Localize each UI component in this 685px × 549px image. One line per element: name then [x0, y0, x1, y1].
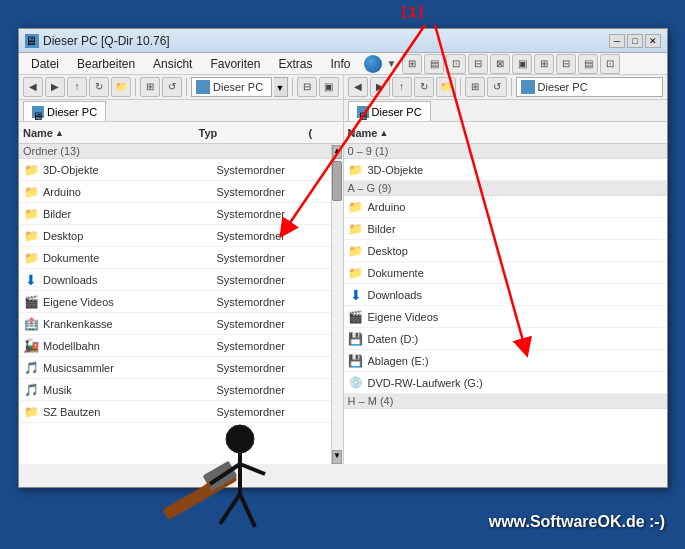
left-scrollbar[interactable]: ▲ ▼	[331, 144, 343, 464]
folder-icon: 📁	[348, 162, 364, 178]
music-collection-icon: 🎵	[23, 360, 39, 376]
table-row[interactable]: 💾 Ablagen (E:)	[344, 350, 668, 372]
forward-button-left[interactable]: ▶	[45, 77, 65, 97]
back-button-right[interactable]: ◀	[348, 77, 368, 97]
tb-icon-10[interactable]: ⊡	[600, 54, 620, 74]
folder-icon: 📁	[23, 404, 39, 420]
table-row[interactable]: 🏥 Krankenkasse Systemordner	[19, 313, 331, 335]
table-row[interactable]: 📁 Desktop	[344, 240, 668, 262]
table-row[interactable]: 💾 Daten (D:)	[344, 328, 668, 350]
back-button-left[interactable]: ◀	[23, 77, 43, 97]
view-button-right[interactable]: ⊞	[465, 77, 485, 97]
col-name-left[interactable]: Name ▲	[23, 127, 199, 139]
tb-icon-5[interactable]: ⊠	[490, 54, 510, 74]
content-area: 🖥 Dieser PC Name ▲ Typ ( Ordner (13)	[19, 100, 667, 464]
refresh2-button-left[interactable]: ↺	[162, 77, 182, 97]
menu-extras[interactable]: Extras	[270, 55, 320, 73]
video-icon: 🎬	[23, 294, 39, 310]
right-file-list[interactable]: 0 – 9 (1) 📁 3D-Objekte A – G (9) 📁 Ardui…	[344, 144, 668, 464]
folder-icon: 📁	[348, 265, 364, 281]
up-button-right[interactable]: ↑	[392, 77, 412, 97]
sep3-left	[292, 78, 293, 96]
right-pane-tab[interactable]: 🖥 Dieser PC	[348, 101, 431, 121]
menu-info[interactable]: Info	[322, 55, 358, 73]
minimize-button[interactable]: ─	[609, 34, 625, 48]
folder-icon: 📁	[23, 206, 39, 222]
scroll-thumb-left[interactable]	[332, 161, 342, 201]
table-row[interactable]: 🎵 Musik Systemordner	[19, 379, 331, 401]
table-row[interactable]: 🎬 Eigene Videos Systemordner	[19, 291, 331, 313]
tb-icon-9[interactable]: ▤	[578, 54, 598, 74]
table-row[interactable]: ⬇ Downloads	[344, 284, 668, 306]
table-row[interactable]: 🎵 Musicsammler Systemordner	[19, 357, 331, 379]
left-file-list[interactable]: Ordner (13) 📁 3D-Objekte Systemordner 📁 …	[19, 144, 331, 464]
address-bar-left[interactable]: Dieser PC	[191, 77, 272, 97]
table-row[interactable]: 📁 3D-Objekte Systemordner	[19, 159, 331, 181]
scroll-up-arrow[interactable]: ▲	[332, 145, 342, 159]
section-hm: H – M (4)	[344, 394, 668, 409]
table-row[interactable]: 📁 Bilder Systemordner	[19, 203, 331, 225]
menu-bearbeiten[interactable]: Bearbeiten	[69, 55, 143, 73]
table-row[interactable]: 📁 Bilder	[344, 218, 668, 240]
sort-arrow-left: ▲	[55, 128, 64, 138]
folder-button-right[interactable]: 📁	[436, 77, 456, 97]
scroll-down-arrow[interactable]: ▼	[332, 450, 342, 464]
right-pane-tabs: 🖥 Dieser PC	[344, 100, 668, 122]
refresh-button-right[interactable]: ↻	[414, 77, 434, 97]
left-pane-tab[interactable]: 🖥 Dieser PC	[23, 101, 106, 121]
maximize-button[interactable]: □	[627, 34, 643, 48]
address-icon-right	[521, 80, 535, 94]
title-bar-icon: 🖥	[25, 34, 39, 48]
col-type-left[interactable]: Typ	[199, 127, 309, 139]
separator-right	[460, 78, 461, 96]
tb-icon-1[interactable]: ⊞	[402, 54, 422, 74]
col-extra-left[interactable]: (	[309, 127, 339, 139]
folder-button-left[interactable]: 📁	[111, 77, 131, 97]
table-row[interactable]: 🚂 Modellbahn Systemordner	[19, 335, 331, 357]
table-row[interactable]: 📁 Arduino	[344, 196, 668, 218]
tb-icon-2[interactable]: ▤	[424, 54, 444, 74]
address-text-right: Dieser PC	[538, 81, 659, 93]
table-row[interactable]: 📁 Dokumente	[344, 262, 668, 284]
menu-bar: Datei Bearbeiten Ansicht Favoriten Extra…	[19, 53, 667, 75]
table-row[interactable]: ⬇ Downloads Systemordner	[19, 269, 331, 291]
table-row[interactable]: 📁 Dokumente Systemordner	[19, 247, 331, 269]
table-row[interactable]: 📁 Desktop Systemordner	[19, 225, 331, 247]
menu-favoriten[interactable]: Favoriten	[202, 55, 268, 73]
tb-icon-4[interactable]: ⊟	[468, 54, 488, 74]
layout-btn2-left[interactable]: ▣	[319, 77, 339, 97]
refresh2-button-right[interactable]: ↺	[487, 77, 507, 97]
table-row[interactable]: 📁 3D-Objekte	[344, 159, 668, 181]
menu-ansicht[interactable]: Ansicht	[145, 55, 200, 73]
address-bar-right[interactable]: Dieser PC	[516, 77, 664, 97]
table-row[interactable]: 📁 Arduino Systemordner	[19, 181, 331, 203]
tab-computer-icon-left: 🖥	[32, 106, 44, 118]
menu-datei[interactable]: Datei	[23, 55, 67, 73]
left-toolbar: ◀ ▶ ↑ ↻ 📁 ⊞ ↺ Dieser PC ▼ ⊟ ▣	[19, 75, 344, 99]
up-button-left[interactable]: ↑	[67, 77, 87, 97]
table-row[interactable]: 📁 SZ Bautzen Systemordner	[19, 401, 331, 423]
drive-icon: 💾	[348, 331, 364, 347]
tb-icon-3[interactable]: ⊡	[446, 54, 466, 74]
watermark-text: www.SoftwareOK.de :-)	[489, 513, 665, 531]
folder-icon: 📁	[348, 221, 364, 237]
right-pane: 🖥 Dieser PC Name ▲ 0 – 9 (1) 📁 3D-Objekt…	[344, 100, 668, 464]
globe-icon[interactable]	[364, 55, 382, 73]
music-icon: 🎵	[23, 382, 39, 398]
menu-dropdown-arrow[interactable]: ▼	[386, 58, 396, 69]
address-icon-left	[196, 80, 210, 94]
col-name-right[interactable]: Name ▲	[348, 127, 664, 139]
table-row[interactable]: 💿 DVD-RW-Laufwerk (G:)	[344, 372, 668, 394]
address-dropdown-left[interactable]: ▼	[274, 77, 288, 97]
tb-icon-7[interactable]: ⊞	[534, 54, 554, 74]
tb-icon-6[interactable]: ▣	[512, 54, 532, 74]
tb-icon-8[interactable]: ⊟	[556, 54, 576, 74]
svg-line-8	[220, 494, 240, 524]
layout-btn-left[interactable]: ⊟	[297, 77, 317, 97]
close-button[interactable]: ✕	[645, 34, 661, 48]
table-row[interactable]: 🎬 Eigene Videos	[344, 306, 668, 328]
view-button-left[interactable]: ⊞	[140, 77, 160, 97]
forward-button-right[interactable]: ▶	[370, 77, 390, 97]
dual-toolbar: ◀ ▶ ↑ ↻ 📁 ⊞ ↺ Dieser PC ▼ ⊟ ▣ ◀ ▶ ↑ ↻ 📁	[19, 75, 667, 100]
refresh-button-left[interactable]: ↻	[89, 77, 109, 97]
